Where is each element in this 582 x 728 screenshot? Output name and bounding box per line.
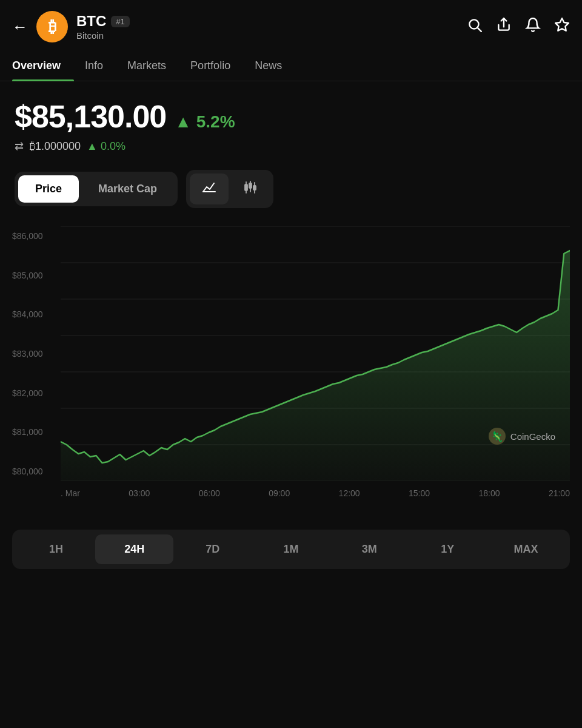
period-7d-btn[interactable]: 7D xyxy=(173,534,252,564)
tab-overview[interactable]: Overview xyxy=(12,51,74,81)
coin-icon: ₿ xyxy=(36,11,68,42)
coin-symbol: BTC xyxy=(76,13,106,30)
svg-line-1 xyxy=(478,28,481,32)
search-icon[interactable] xyxy=(467,17,483,36)
price-toggle-btn[interactable]: Price xyxy=(18,175,79,203)
price-value: $85,130.00 xyxy=(15,98,166,135)
price-section: $85,130.00 ▲ 5.2% ⇄ ₿1.000000 ▲ 0.0% xyxy=(0,81,582,159)
period-1y-btn[interactable]: 1Y xyxy=(409,534,487,564)
svg-rect-5 xyxy=(245,184,247,190)
x-label-0300: 03:00 xyxy=(129,488,150,498)
chart-type-toggle xyxy=(186,170,273,208)
svg-marker-3 xyxy=(555,18,569,31)
x-label-1200: 12:00 xyxy=(339,488,360,498)
marketcap-toggle-btn[interactable]: Market Cap xyxy=(81,175,174,203)
period-3m-btn[interactable]: 3M xyxy=(330,534,409,564)
tab-portfolio[interactable]: Portfolio xyxy=(190,51,244,81)
coingecko-badge: 🦎 CoinGecko xyxy=(489,428,555,445)
x-label-mar: . Mar xyxy=(61,488,80,498)
y-label-86000: $86,000 xyxy=(12,231,61,241)
period-selector: 1H 24H 7D 1M 3M 1Y MAX xyxy=(12,530,570,569)
period-1h-btn[interactable]: 1H xyxy=(17,534,95,564)
period-24h-btn[interactable]: 24H xyxy=(95,534,173,564)
coin-name-row: BTC #1 xyxy=(76,13,130,30)
candle-chart-btn[interactable] xyxy=(231,174,270,204)
bell-icon[interactable] xyxy=(525,17,541,36)
x-label-0600: 06:00 xyxy=(199,488,220,498)
x-axis: . Mar 03:00 06:00 09:00 12:00 15:00 18:0… xyxy=(0,484,582,498)
coingecko-icon: 🦎 xyxy=(489,428,506,445)
tab-markets[interactable]: Markets xyxy=(127,51,179,81)
coingecko-label: CoinGecko xyxy=(510,431,555,442)
coin-info: BTC #1 Bitcoin xyxy=(76,13,130,41)
y-label-83000: $83,000 xyxy=(12,349,61,359)
chart-controls: Price Market Cap xyxy=(0,159,582,214)
price-main-row: $85,130.00 ▲ 5.2% xyxy=(15,98,567,135)
y-label-84000: $84,000 xyxy=(12,309,61,319)
chart-container: $86,000 $85,000 $84,000 $83,000 $82,000 … xyxy=(0,226,582,517)
app-header: ← ₿ BTC #1 Bitcoin xyxy=(0,0,582,51)
chart-wrapper: $86,000 $85,000 $84,000 $83,000 $82,000 … xyxy=(12,226,570,481)
back-button[interactable]: ← xyxy=(12,18,28,36)
price-btc-row: ⇄ ₿1.000000 ▲ 0.0% xyxy=(15,140,567,153)
y-label-80000: $80,000 xyxy=(12,467,61,476)
btc-change: ▲ 0.0% xyxy=(87,140,125,153)
svg-rect-11 xyxy=(253,186,256,190)
svg-rect-8 xyxy=(249,183,252,188)
period-1m-btn[interactable]: 1M xyxy=(252,534,330,564)
btc-value: ₿1.000000 xyxy=(30,140,81,153)
star-icon[interactable] xyxy=(554,17,570,36)
coin-rank-badge: #1 xyxy=(111,16,129,27)
price-marketcap-toggle: Price Market Cap xyxy=(15,172,178,206)
line-chart-btn[interactable] xyxy=(190,174,229,204)
tab-bar: Overview Info Markets Portfolio News xyxy=(0,51,582,81)
coin-full-name: Bitcoin xyxy=(76,30,130,41)
header-left: ← ₿ BTC #1 Bitcoin xyxy=(12,11,130,42)
x-label-1800: 18:00 xyxy=(478,488,500,498)
share-icon[interactable] xyxy=(496,17,512,36)
x-label-0900: 09:00 xyxy=(269,488,290,498)
y-label-85000: $85,000 xyxy=(12,271,61,280)
tab-info[interactable]: Info xyxy=(85,51,116,81)
y-label-82000: $82,000 xyxy=(12,388,61,398)
header-right xyxy=(467,17,570,36)
y-label-81000: $81,000 xyxy=(12,427,61,437)
period-max-btn[interactable]: MAX xyxy=(487,534,565,564)
x-label-1500: 15:00 xyxy=(409,488,430,498)
x-label-2100: 21:00 xyxy=(549,488,570,498)
y-axis: $86,000 $85,000 $84,000 $83,000 $82,000 … xyxy=(12,226,61,481)
price-change: ▲ 5.2% xyxy=(175,112,235,132)
tab-news[interactable]: News xyxy=(255,51,295,81)
exchange-icon: ⇄ xyxy=(15,140,24,153)
